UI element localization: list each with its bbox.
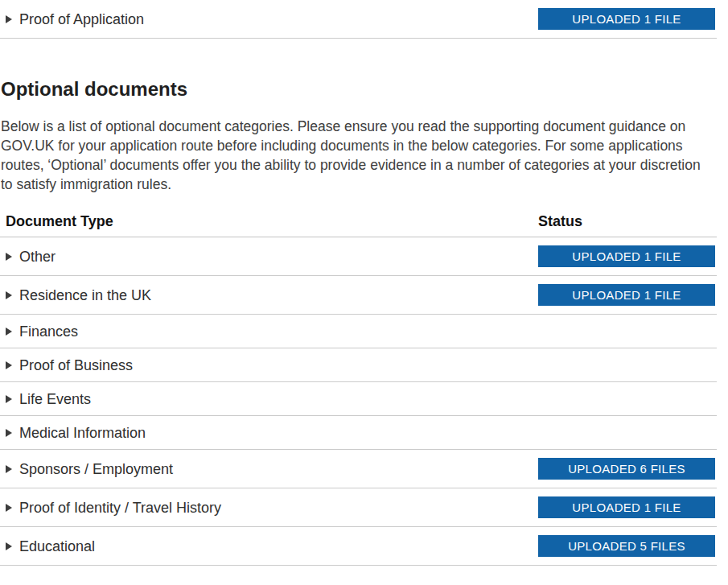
documents-page: Proof of Application UPLOADED 1 FILE Opt… (0, 0, 717, 566)
expand-arrow-icon (6, 395, 12, 403)
column-header-status: Status (538, 212, 715, 231)
document-row-sponsors-employment[interactable]: Sponsors / Employment UPLOADED 6 FILES (0, 450, 717, 488)
upload-status-badge: UPLOADED 5 FILES (538, 535, 715, 557)
document-row-life-events[interactable]: Life Events (0, 382, 717, 416)
table-header: Document Type Status (0, 212, 717, 237)
document-row-label: Residence in the UK (19, 286, 151, 305)
document-row-label: Other (19, 247, 56, 266)
expand-arrow-icon (6, 542, 12, 550)
upload-status-badge: UPLOADED 1 FILE (538, 8, 715, 30)
document-row-proof-of-identity-travel-history[interactable]: Proof of Identity / Travel History UPLOA… (0, 488, 717, 527)
expand-arrow-icon (6, 361, 12, 369)
expand-arrow-icon (6, 429, 12, 437)
expand-arrow-icon (6, 15, 12, 23)
document-row-medical-information[interactable]: Medical Information (0, 416, 717, 450)
document-row-proof-of-application[interactable]: Proof of Application UPLOADED 1 FILE (0, 0, 717, 39)
document-row-label: Proof of Identity / Travel History (19, 498, 221, 517)
document-row-other[interactable]: Other UPLOADED 1 FILE (0, 237, 717, 276)
column-header-document-type: Document Type (0, 212, 113, 231)
expand-arrow-icon (6, 504, 12, 512)
document-row-label: Finances (19, 322, 78, 341)
document-row-label: Medical Information (19, 423, 146, 443)
document-row-label: Sponsors / Employment (19, 459, 173, 479)
upload-status-badge: UPLOADED 1 FILE (538, 245, 715, 267)
document-row-educational[interactable]: Educational UPLOADED 5 FILES (0, 527, 717, 566)
upload-status-badge: UPLOADED 6 FILES (538, 458, 715, 480)
expand-arrow-icon (6, 253, 12, 261)
upload-status-badge: UPLOADED 1 FILE (538, 496, 715, 518)
upload-status-badge: UPLOADED 1 FILE (538, 284, 715, 306)
intro-text: Below is a list of optional document cat… (1, 117, 709, 194)
document-row-label: Proof of Application (19, 10, 144, 29)
document-row-proof-of-business[interactable]: Proof of Business (0, 348, 717, 382)
expand-arrow-icon (6, 328, 12, 336)
page-heading: Optional documents (1, 77, 717, 101)
document-row-label: Life Events (19, 389, 91, 409)
document-row-residence-in-the-uk[interactable]: Residence in the UK UPLOADED 1 FILE (0, 276, 717, 315)
expand-arrow-icon (6, 465, 12, 473)
document-row-label: Proof of Business (19, 356, 133, 375)
document-row-finances[interactable]: Finances (0, 315, 717, 348)
expand-arrow-icon (6, 291, 12, 299)
document-row-label: Educational (19, 537, 95, 556)
